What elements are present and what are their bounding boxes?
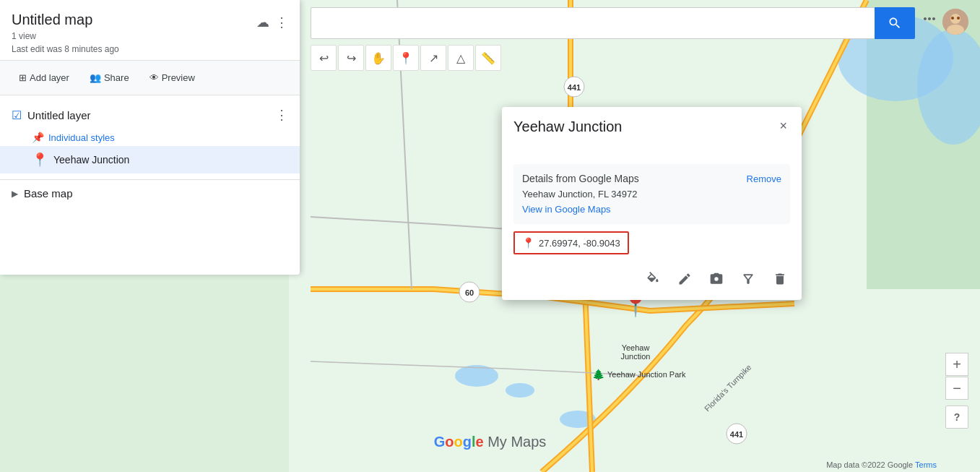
base-map-row[interactable]: ▶ Base map [0, 179, 300, 207]
preview-label: Preview [162, 72, 195, 83]
zoom-in-button[interactable]: + [945, 353, 968, 376]
coordinates-box: 📍 27.69974, -80.9043 [513, 231, 629, 254]
popup-actions [502, 262, 802, 300]
share-label: Share [104, 72, 129, 83]
map-footer: Map data ©2022 Google Terms [826, 460, 937, 469]
filter-icon [741, 272, 755, 286]
ruler-tool-button[interactable]: 📏 [475, 45, 501, 71]
chevron-icon: ▶ [12, 189, 18, 199]
preview-button[interactable]: 👁 Preview [142, 68, 202, 87]
style-action-button[interactable] [643, 269, 663, 293]
avatar-image [942, 9, 968, 35]
apps-grid-icon[interactable] [921, 10, 938, 31]
photo-action-button[interactable] [706, 269, 727, 293]
details-title: Details from Google Maps [522, 173, 639, 184]
layer-item-yeehaw[interactable]: 📍 Yeehaw Junction [0, 146, 300, 173]
preview-icon: 👁 [149, 72, 159, 83]
coordinates-value: 27.69974, -80.9043 [539, 238, 620, 249]
layer-header: ☑ Untitled layer ⋮ [0, 101, 300, 129]
grid-dots-icon [921, 10, 938, 27]
remove-button[interactable]: Remove [747, 173, 781, 184]
sidebar: Untitled map 1 view Last edit was 8 minu… [0, 0, 300, 275]
user-avatar[interactable] [942, 9, 968, 35]
add-layer-button[interactable]: ⊞ Add layer [12, 68, 77, 87]
item-pin-icon: 📍 [32, 152, 48, 168]
layer-checkbox-icon[interactable]: ☑ [12, 108, 22, 122]
delete-action-button[interactable] [770, 269, 790, 293]
undo-button[interactable]: ↩ [311, 45, 337, 71]
map-label-yeehaw: Yeehaw Junction [607, 343, 664, 361]
layer-title: Untitled layer [27, 109, 91, 121]
search-button[interactable] [875, 7, 915, 39]
popup-title: Yeehaw Junction [513, 119, 623, 135]
search-icon [888, 16, 902, 30]
filter-action-button[interactable] [738, 269, 758, 293]
layer-more-icon[interactable]: ⋮ [275, 107, 288, 123]
zoom-controls: + − [945, 353, 968, 400]
share-icon: 👥 [90, 72, 101, 83]
layer-item-label: Yeehaw Junction [53, 154, 129, 166]
location-popup: Yeehaw Junction × Details from Google Ma… [502, 107, 802, 300]
svg-text:441: 441 [568, 83, 581, 92]
search-input[interactable] [311, 7, 875, 39]
search-bar [311, 7, 915, 39]
polygon-tool-button[interactable]: △ [448, 45, 474, 71]
add-layer-label: Add layer [30, 72, 69, 83]
svg-text:60: 60 [465, 288, 474, 297]
view-in-googlemaps-button[interactable]: View in Google Maps [522, 204, 611, 215]
layers-section: ☑ Untitled layer ⋮ 📌 Individual styles 📍… [0, 95, 300, 179]
coords-pin-icon: 📍 [522, 237, 534, 249]
edit-action-button[interactable] [675, 269, 695, 293]
share-button[interactable]: 👥 Share [82, 68, 136, 87]
cloud-icon: ☁ [256, 14, 269, 30]
details-header: Details from Google Maps Remove [522, 173, 781, 184]
paint-bucket-icon [646, 272, 660, 286]
details-address: Yeehaw Junction, FL 34972 [522, 189, 781, 199]
hand-tool-button[interactable]: ✋ [365, 45, 391, 71]
style-pin-icon: 📌 [32, 132, 44, 143]
zoom-out-button[interactable]: − [945, 377, 968, 400]
popup-header: Yeehaw Junction × [502, 107, 802, 141]
park-icon: 🌲 [592, 369, 604, 380]
svg-point-4 [506, 383, 534, 398]
popup-coords-section: 📍 27.69974, -80.9043 [513, 231, 790, 254]
base-map-label: Base map [24, 187, 73, 199]
svg-point-19 [957, 17, 960, 20]
map-data-text: Map data ©2022 Google [826, 460, 913, 469]
sidebar-actions: ⊞ Add layer 👥 Share 👁 Preview [0, 61, 300, 95]
google-branding: Google My Maps [434, 434, 547, 450]
toolbar: ↩ ↪ ✋ 📍 ↗ △ 📏 [311, 45, 501, 71]
layer-style-label: Individual styles [48, 132, 115, 143]
help-button[interactable]: ? [945, 406, 968, 429]
sidebar-header: Untitled map 1 view Last edit was 8 minu… [0, 0, 300, 61]
layer-style-item[interactable]: 📌 Individual styles [0, 129, 300, 146]
svg-text:441: 441 [730, 430, 743, 439]
redo-button[interactable]: ↪ [338, 45, 364, 71]
map-title: Untitled map [12, 12, 92, 28]
terms-link[interactable]: Terms [915, 460, 937, 469]
svg-point-18 [951, 17, 954, 20]
camera-icon [709, 272, 724, 286]
popup-details: Details from Google Maps Remove Yeehaw J… [513, 164, 790, 224]
popup-close-button[interactable]: × [776, 119, 790, 134]
map-more-icon[interactable]: ⋮ [275, 14, 288, 30]
map-label-park: 🌲 Yeehaw Junction Park [592, 369, 685, 380]
pin-tool-button[interactable]: 📍 [393, 45, 419, 71]
delete-icon [773, 272, 787, 286]
edit-icon [677, 272, 692, 286]
path-tool-button[interactable]: ↗ [420, 45, 446, 71]
layers-icon: ⊞ [19, 72, 27, 83]
map-views: 1 view [12, 31, 119, 41]
map-edit-time: Last edit was 8 minutes ago [12, 44, 119, 54]
